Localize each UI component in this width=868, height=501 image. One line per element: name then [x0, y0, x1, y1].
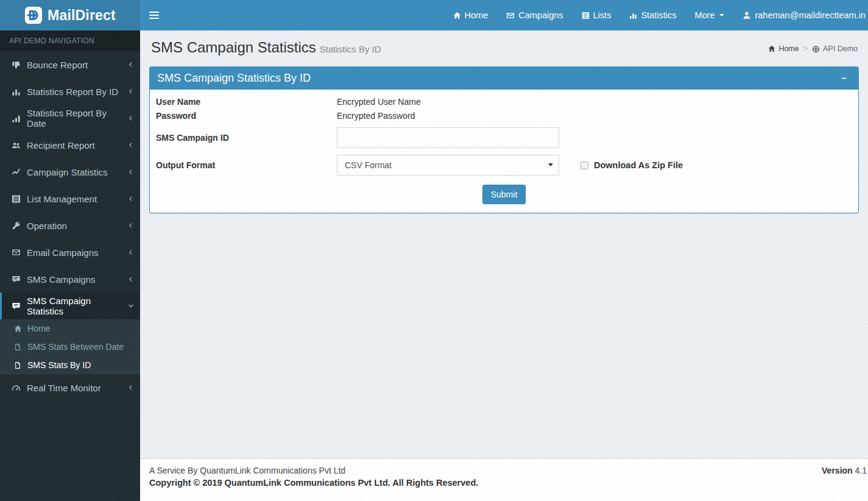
sidebar-item-label: Recipient Report — [27, 140, 95, 151]
sidebar-item-label: Statistics Report By Date — [27, 108, 122, 129]
submenu-item-label: Home — [27, 324, 50, 333]
bar-chart-icon — [11, 87, 21, 96]
submit-button[interactable]: Submit — [482, 185, 526, 204]
main-header: MailDirect Home Campaigns Lists Statisti… — [0, 0, 868, 30]
sidebar-item-campaign-statistics[interactable]: Campaign Statistics — [0, 158, 140, 185]
sidebar-item-operation[interactable]: Operation — [0, 212, 140, 239]
page-title: SMS Campaign StatisticsStatistics By ID — [151, 40, 381, 55]
sidebar-item-statistics-report-by-date[interactable]: Statistics Report By Date — [0, 105, 140, 132]
panel-collapse-button[interactable] — [837, 74, 851, 83]
output-format-select[interactable]: CSV Format — [337, 155, 559, 176]
user-name-value: Encrypted User Name — [337, 97, 421, 107]
sidebar-item-label: SMS Campaigns — [27, 274, 96, 285]
chevron-left-icon — [128, 249, 134, 255]
sidebar: API DEMO NAVIGATION Bounce Report Statis… — [0, 30, 140, 501]
zip-option[interactable]: Download As Zip File — [580, 160, 683, 170]
brand-name: MailDirect — [48, 7, 116, 24]
campaign-id-row: SMS Campaign ID — [156, 127, 852, 148]
sidebar-item-label: List Management — [27, 194, 97, 204]
wrench-icon — [11, 221, 21, 230]
output-format-row: Output Format CSV Format Download As Zip… — [156, 155, 852, 176]
submenu-item-home[interactable]: Home — [0, 319, 140, 338]
breadcrumb-current-label: API Demo — [823, 44, 858, 53]
password-label: Password — [156, 111, 337, 121]
nav-more[interactable]: More — [685, 0, 733, 30]
sidebar-item-label: Campaign Statistics — [27, 167, 108, 177]
footer-version-label: Version — [822, 466, 853, 475]
user-icon — [743, 11, 751, 20]
nav-lists[interactable]: Lists — [573, 0, 621, 30]
page-subtitle: Statistics By ID — [320, 44, 381, 54]
footer-version-value: 4.1 — [855, 466, 867, 475]
sidebar-item-label: Statistics Report By ID — [27, 87, 118, 97]
user-name-row: User Name Encrypted User Name — [156, 97, 852, 107]
sidebar-item-statistics-report-by-id[interactable]: Statistics Report By ID — [0, 78, 140, 105]
chevron-left-icon — [128, 142, 134, 148]
password-row: Password Encrypted Password — [156, 111, 852, 121]
bar-chart-icon — [629, 12, 637, 20]
home-icon — [453, 12, 461, 20]
sidebar-toggle-button[interactable] — [140, 0, 168, 30]
file-icon — [13, 343, 22, 351]
home-icon — [768, 45, 775, 52]
sidebar-item-recipient-report[interactable]: Recipient Report — [0, 132, 140, 158]
list-icon — [582, 12, 590, 20]
chevron-left-icon — [128, 276, 134, 282]
sidebar-item-label: SMS Campaign Statistics — [27, 296, 122, 316]
nav-home[interactable]: Home — [444, 0, 498, 30]
footer-text: A Service By QuantumLink Communications … — [149, 466, 478, 488]
download-zip-checkbox[interactable] — [580, 162, 588, 169]
sidebar-item-list-management[interactable]: List Management — [0, 185, 140, 212]
sidebar-item-sms-campaign-statistics[interactable]: SMS Campaign Statistics — [0, 293, 140, 319]
submenu-item-sms-stats-by-id[interactable]: SMS Stats By ID — [0, 356, 140, 374]
top-nav-menu: Home Campaigns Lists Statistics More rah… — [444, 0, 868, 30]
home-icon — [13, 325, 22, 333]
nav-campaigns[interactable]: Campaigns — [497, 0, 572, 30]
breadcrumb: Home > API Demo — [768, 44, 859, 53]
sidebar-item-sms-campaigns[interactable]: SMS Campaigns — [0, 266, 140, 293]
sidebar-menu: Bounce Report Statistics Report By ID St… — [0, 51, 140, 401]
brand-logo[interactable]: MailDirect — [0, 0, 140, 30]
chevron-left-icon — [128, 222, 134, 229]
nav-statistics[interactable]: Statistics — [620, 0, 685, 30]
ascending-bars-icon — [11, 114, 21, 123]
panel-title: SMS Campaign Statistics By ID — [157, 72, 311, 85]
line-chart-icon — [11, 168, 21, 177]
sidebar-section-header: API DEMO NAVIGATION — [0, 30, 140, 51]
output-format-label: Output Format — [156, 160, 337, 170]
nav-statistics-label: Statistics — [641, 10, 676, 20]
sidebar-item-email-campaigns[interactable]: Email Campaigns — [0, 239, 140, 266]
sms-campaign-statistics-submenu: Home SMS Stats Between Date SMS Stats By… — [0, 319, 140, 374]
nav-home-label: Home — [465, 10, 489, 20]
chevron-left-icon — [128, 196, 134, 202]
campaign-id-label: SMS Campaign ID — [156, 133, 337, 143]
comment-icon — [11, 275, 21, 284]
main-footer: A Service By QuantumLink Communications … — [140, 458, 868, 501]
nav-user-account[interactable]: raheman@maildirectteam.in — [733, 0, 868, 30]
minus-icon — [841, 75, 847, 82]
nav-campaigns-label: Campaigns — [518, 10, 563, 20]
chevron-left-icon — [128, 88, 134, 94]
submenu-item-label: SMS Stats Between Date — [27, 342, 124, 352]
sidebar-item-real-time-monitor[interactable]: Real Time Monitor — [0, 374, 140, 401]
submenu-item-sms-stats-between-date[interactable]: SMS Stats Between Date — [0, 338, 140, 356]
chevron-left-icon — [128, 115, 134, 121]
user-name-label: User Name — [156, 97, 337, 107]
chevron-left-icon — [128, 385, 134, 391]
nav-lists-label: Lists — [593, 10, 612, 20]
list-icon — [11, 194, 21, 204]
campaign-id-input[interactable] — [337, 127, 559, 148]
content-area: SMS Campaign StatisticsStatistics By ID … — [140, 30, 868, 458]
download-zip-label: Download As Zip File — [594, 160, 683, 170]
chevron-left-icon — [128, 62, 134, 68]
thumbs-down-icon — [11, 60, 21, 69]
top-navbar: Home Campaigns Lists Statistics More rah… — [140, 0, 868, 30]
password-value: Encrypted Password — [337, 111, 415, 121]
nav-more-label: More — [694, 10, 715, 20]
sidebar-item-label: Email Campaigns — [27, 247, 99, 258]
cog-icon — [812, 45, 820, 53]
sidebar-item-bounce-report[interactable]: Bounce Report — [0, 51, 140, 78]
file-icon — [13, 361, 22, 369]
sidebar-item-label: Real Time Monitor — [27, 383, 101, 393]
breadcrumb-home-link[interactable]: Home — [768, 44, 799, 53]
